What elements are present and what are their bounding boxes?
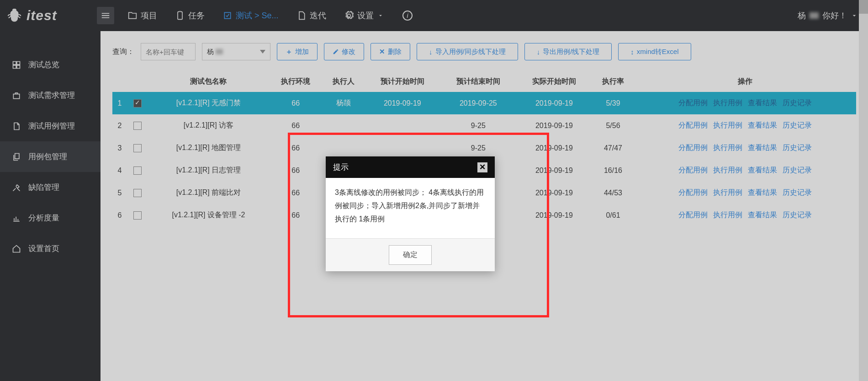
dialog-close-button[interactable]: ✕: [477, 162, 487, 172]
dialog-ok-button[interactable]: 确定: [389, 245, 432, 265]
dialog: 提示 ✕ 3条离线修改的用例被同步； 4条离线执行的用例被同步；导入新增用例2条…: [326, 156, 495, 271]
dialog-body: 3条离线修改的用例被同步； 4条离线执行的用例被同步；导入新增用例2条,并同步了…: [326, 178, 495, 238]
dialog-title: 提示: [333, 162, 349, 172]
dialog-footer: 确定: [326, 238, 495, 271]
dialog-header: 提示 ✕: [326, 156, 495, 178]
